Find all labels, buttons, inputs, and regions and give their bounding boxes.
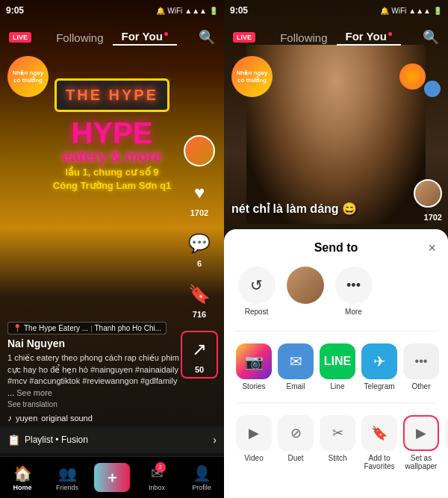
music-note-icon: ♪ — [7, 413, 12, 423]
right-creator-avatar[interactable] — [414, 179, 442, 208]
duet-label: Duet — [287, 454, 303, 462]
tab-home[interactable]: 🏠 Home — [0, 464, 45, 491]
share-icon: ↗ — [185, 335, 214, 364]
right-status-time: 9:05 — [230, 5, 248, 16]
playlist-arrow-icon: › — [213, 434, 217, 446]
left-share-count: 50 — [195, 365, 204, 374]
right-tab-following[interactable]: Following — [271, 31, 336, 44]
right-battery-icon: 🔋 — [433, 7, 442, 15]
app-telegram[interactable]: ✈ Telegram — [361, 343, 397, 390]
action-video[interactable]: ▶ Video — [236, 415, 272, 470]
left-bottom-tabs: 🏠 Home 👥 Friends ＋ ✉ 2 Inbox 👤 Profile — [0, 456, 224, 498]
left-tab-for-you[interactable]: For You — [113, 30, 177, 46]
right-notification-icon: 🔔 — [380, 7, 389, 15]
left-location-tag[interactable]: 📍 The Hype Eatery ... | Thanh pho Ho Chi… — [7, 322, 167, 334]
left-playlist-text: Playlist • Fusion — [25, 435, 213, 445]
left-sound-user: yuyen — [16, 414, 37, 423]
share-more[interactable]: ••• More — [333, 267, 374, 316]
tab-inbox-label: Inbox — [149, 484, 165, 491]
telegram-label: Telegram — [364, 382, 394, 390]
action-share-gif[interactable]: GIF Share as GIF — [445, 415, 448, 470]
tab-add[interactable]: ＋ — [90, 463, 134, 492]
right-orange-decoration — [399, 63, 426, 90]
left-bookmark-count: 716 — [193, 310, 206, 319]
more-label: More — [345, 308, 362, 316]
left-status-time: 9:05 — [6, 5, 24, 16]
right-promo-badge[interactable]: Nhận ngay có thưởng — [231, 56, 273, 97]
right-signal-icon: ▲▲▲ — [408, 7, 431, 15]
app-stories[interactable]: 📷 Stories — [236, 343, 272, 390]
video-icon: ▶ — [236, 415, 272, 451]
right-promo-line1: Nhận ngay — [237, 69, 267, 77]
left-bookmark-button[interactable]: 🔖 716 — [185, 280, 214, 319]
promo-line1: Nhận ngay — [13, 69, 43, 77]
left-search-icon[interactable]: 🔍 — [199, 29, 215, 46]
right-person-body — [246, 45, 426, 224]
location-separator: | — [90, 325, 92, 332]
tab-inbox[interactable]: ✉ 2 Inbox — [134, 464, 179, 491]
right-status-bar: 9:05 🔔 WiFi ▲▲▲ 🔋 — [224, 0, 448, 21]
right-search-icon[interactable]: 🔍 — [423, 29, 439, 46]
left-creator-avatar[interactable] — [184, 135, 215, 166]
left-share-button[interactable]: ↗ 50 — [181, 331, 218, 379]
left-playlist-bar[interactable]: 📋 Playlist • Fusion › — [0, 426, 224, 453]
location-city: Thanh pho Ho Chi... — [95, 324, 162, 332]
add-video-icon[interactable]: ＋ — [94, 463, 130, 492]
action-set-wallpaper[interactable]: ▶ Set as wallpaper — [403, 415, 439, 470]
left-description: 1 chiếc eatery theo phong cách rap chiếu… — [7, 352, 183, 399]
tab-profile-label: Profile — [192, 484, 211, 491]
inbox-badge-count: 2 — [155, 462, 166, 473]
sheet-header: Send to × — [236, 241, 436, 255]
left-like-button[interactable]: ♥ 1702 — [185, 178, 214, 217]
right-top-nav: LIVE Following For You 🔍 — [224, 21, 448, 54]
left-see-translation[interactable]: See translation — [7, 400, 183, 408]
stitch-icon: ✂ — [320, 415, 355, 451]
app-other[interactable]: ••• Other — [403, 343, 439, 390]
left-tab-following[interactable]: Following — [47, 31, 112, 44]
left-username[interactable]: Nai Nguyen — [7, 337, 183, 349]
notification-icon: 🔔 — [156, 7, 165, 15]
set-wallpaper-icon: ▶ — [403, 415, 439, 451]
action-add-favorites[interactable]: 🔖 Add to Favorites — [361, 415, 397, 470]
left-status-icons: 🔔 WiFi ▲▲▲ 🔋 — [156, 7, 218, 15]
tab-friends[interactable]: 👥 Friends — [45, 464, 90, 491]
share-items-row: ↺ Repost ••• More — [236, 267, 436, 319]
left-live-badge: LIVE — [9, 32, 31, 43]
right-subtitle: nét chỉ là làm dáng 😄 — [231, 202, 403, 216]
left-right-actions: ♥ 1702 💬 6 🔖 716 ↗ 50 — [181, 135, 218, 379]
left-promo-badge[interactable]: Nhận ngay có thưởng — [7, 56, 49, 97]
share-repost[interactable]: ↺ Repost — [236, 267, 277, 316]
right-like-count: 1702 — [424, 213, 442, 222]
set-wallpaper-label: Set as wallpaper — [403, 454, 439, 470]
left-location-row: 📍 The Hype Eatery ... | Thanh pho Ho Chi… — [7, 322, 183, 334]
line-label: Line — [331, 382, 345, 390]
app-line[interactable]: LINE Line — [320, 343, 355, 390]
right-nav-dot — [388, 32, 392, 36]
line-icon: LINE — [320, 343, 355, 379]
action-duet[interactable]: ⊘ Duet — [278, 415, 314, 470]
repost-label: Repost — [245, 308, 269, 316]
tab-profile[interactable]: 👤 Profile — [179, 464, 224, 491]
nav-dot — [164, 32, 168, 36]
right-person-area — [246, 45, 426, 224]
right-tab-for-you[interactable]: For You — [337, 30, 401, 46]
sheet-close-button[interactable]: × — [428, 240, 436, 256]
telegram-icon: ✈ — [361, 343, 397, 379]
app-email[interactable]: ✉ Email — [278, 343, 314, 390]
left-comment-button[interactable]: 💬 6 — [185, 229, 214, 268]
duet-icon: ⊘ — [278, 415, 314, 451]
email-label: Email — [286, 382, 305, 390]
share-gif-label: Share as GIF — [445, 454, 448, 470]
stitch-label: Stitch — [328, 454, 346, 462]
sheet-divider-2 — [236, 402, 436, 403]
battery-icon: 🔋 — [209, 7, 218, 15]
share-photo[interactable] — [284, 267, 326, 316]
photo-preview — [287, 267, 324, 304]
left-sound-row[interactable]: ♪ yuyen original sound — [7, 413, 183, 423]
action-stitch[interactable]: ✂ Stitch — [320, 415, 355, 470]
stories-label: Stories — [242, 382, 265, 390]
left-see-more[interactable]: See more — [16, 388, 52, 397]
stories-icon: 📷 — [236, 343, 272, 379]
add-favorites-label: Add to Favorites — [361, 454, 397, 470]
right-panel: 9:05 🔔 WiFi ▲▲▲ 🔋 LIVE Following For You… — [224, 0, 448, 498]
